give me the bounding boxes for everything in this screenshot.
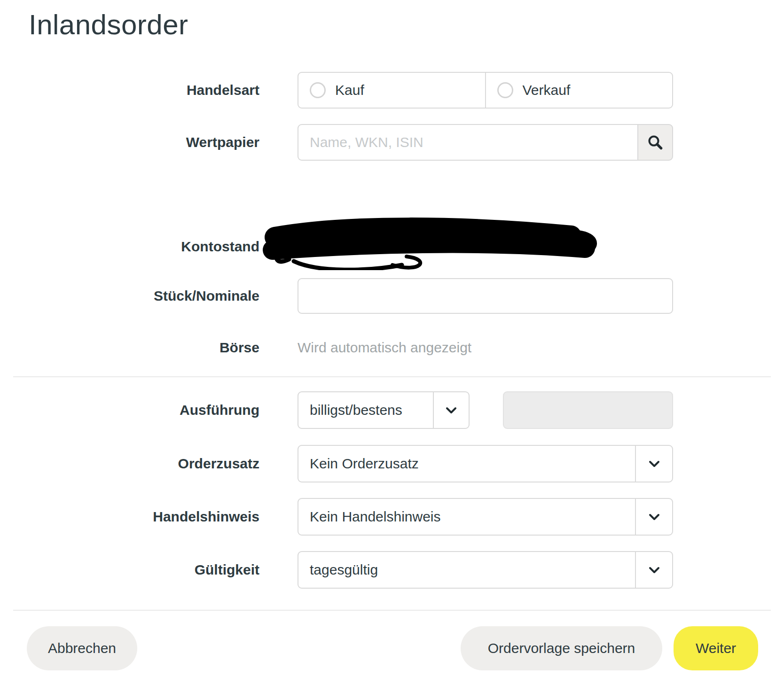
orderzusatz-selected-value: Kein Orderzusatz bbox=[298, 446, 635, 482]
radio-option-kauf[interactable]: Kauf bbox=[298, 73, 485, 108]
stueck-nominale-label: Stück/Nominale bbox=[29, 278, 259, 314]
wertpapier-search-button[interactable] bbox=[638, 124, 673, 161]
gueltigkeit-select[interactable]: tagesgültig bbox=[298, 551, 673, 589]
ausfuehrung-label: Ausführung bbox=[29, 391, 259, 429]
chevron-down-icon bbox=[444, 404, 459, 417]
kontostand-label: Kontostand bbox=[29, 239, 259, 254]
cancel-button[interactable]: Abbrechen bbox=[27, 626, 137, 670]
gueltigkeit-caret-button[interactable] bbox=[635, 552, 672, 588]
ausfuehrung-caret-button[interactable] bbox=[433, 392, 469, 428]
limit-input-disabled bbox=[503, 391, 673, 429]
radio-circle-icon[interactable] bbox=[497, 82, 513, 98]
radio-option-kauf-label: Kauf bbox=[335, 82, 364, 98]
section-divider bbox=[13, 376, 771, 377]
orderzusatz-select[interactable]: Kein Orderzusatz bbox=[298, 445, 673, 482]
chevron-down-icon bbox=[647, 510, 662, 523]
radio-circle-icon[interactable] bbox=[310, 82, 326, 98]
boerse-label: Börse bbox=[29, 340, 259, 355]
gueltigkeit-selected-value: tagesgültig bbox=[298, 552, 635, 588]
save-order-template-button[interactable]: Ordervorlage speichern bbox=[461, 626, 662, 670]
inlandsorder-order-form: Inlandsorder Handelsart Kauf Verkauf Wer… bbox=[0, 0, 784, 692]
handelsart-radio-group: Kauf Verkauf bbox=[298, 72, 673, 109]
search-icon bbox=[647, 134, 664, 151]
chevron-down-icon bbox=[647, 457, 662, 470]
chevron-down-icon bbox=[647, 563, 662, 576]
gueltigkeit-label: Gültigkeit bbox=[29, 551, 259, 589]
ausfuehrung-select[interactable]: billigst/bestens bbox=[298, 391, 470, 429]
wertpapier-label: Wertpapier bbox=[29, 124, 259, 161]
handelsart-label: Handelsart bbox=[29, 72, 259, 109]
orderzusatz-label: Orderzusatz bbox=[29, 445, 259, 482]
stueck-nominale-input[interactable] bbox=[298, 278, 673, 314]
handelshinweis-caret-button[interactable] bbox=[635, 499, 672, 535]
boerse-hint-text: Wird automatisch angezeigt bbox=[298, 340, 471, 355]
next-button[interactable]: Weiter bbox=[674, 626, 758, 670]
orderzusatz-caret-button[interactable] bbox=[635, 446, 672, 482]
handelshinweis-select[interactable]: Kein Handelshinweis bbox=[298, 498, 673, 536]
handelshinweis-label: Handelshinweis bbox=[29, 498, 259, 536]
page-title: Inlandsorder bbox=[29, 8, 188, 41]
handelshinweis-selected-value: Kein Handelshinweis bbox=[298, 499, 635, 535]
radio-option-verkauf-label: Verkauf bbox=[523, 82, 571, 98]
radio-option-verkauf[interactable]: Verkauf bbox=[485, 73, 673, 108]
wertpapier-search-input[interactable] bbox=[298, 124, 638, 161]
footer-divider bbox=[13, 610, 771, 611]
kontostand-redaction-scribble bbox=[261, 216, 609, 270]
ausfuehrung-selected-value: billigst/bestens bbox=[298, 392, 433, 428]
